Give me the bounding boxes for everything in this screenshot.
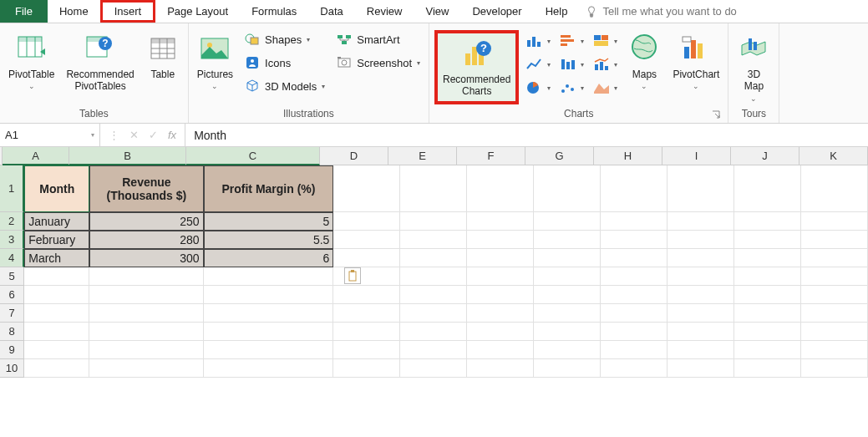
cell-c5[interactable] — [204, 267, 334, 286]
tab-developer[interactable]: Developer — [460, 0, 533, 23]
cell-g6[interactable] — [534, 286, 601, 304]
table-button[interactable]: Table — [143, 30, 183, 82]
cell-b3[interactable]: 280 — [89, 231, 203, 249]
cell-i5[interactable] — [667, 267, 734, 286]
recommended-charts-button[interactable]: ? Recommended Charts — [439, 35, 514, 99]
cell-h1[interactable] — [601, 165, 667, 212]
enter-icon[interactable]: ✓ — [149, 129, 158, 141]
cell-a9[interactable] — [24, 341, 89, 359]
maps-button[interactable]: Maps ⌄ — [624, 30, 664, 93]
cell-j4[interactable] — [734, 249, 801, 267]
row-header-10[interactable]: 10 — [0, 359, 24, 378]
cell-g10[interactable] — [534, 359, 601, 378]
tab-review[interactable]: Review — [355, 0, 414, 23]
cell-e9[interactable] — [400, 341, 467, 359]
pictures-button[interactable]: Pictures ⌄ — [194, 30, 236, 93]
cell-b1[interactable]: Revenue (Thousands $) — [89, 165, 203, 212]
cell-d1[interactable] — [333, 165, 400, 212]
cell-h5[interactable] — [601, 267, 667, 286]
recommended-pivottables-button[interactable]: ? Recommended PivotTables — [63, 30, 137, 94]
cell-f3[interactable] — [467, 231, 534, 249]
scatter-chart-button[interactable]: ▾ — [559, 80, 584, 95]
screenshot-button[interactable]: Screenshot ▾ — [333, 53, 424, 72]
cell-g8[interactable] — [534, 323, 601, 341]
col-header-i[interactable]: I — [662, 147, 731, 165]
cell-k5[interactable] — [801, 267, 868, 286]
cell-e1[interactable] — [400, 165, 467, 212]
cell-e6[interactable] — [400, 286, 467, 304]
cell-k4[interactable] — [801, 249, 868, 267]
cell-d8[interactable] — [333, 323, 400, 341]
tab-help[interactable]: Help — [534, 0, 580, 23]
cell-e4[interactable] — [400, 249, 467, 267]
file-tab[interactable]: File — [0, 0, 48, 23]
cell-d9[interactable] — [333, 341, 400, 359]
paste-options-button[interactable] — [344, 267, 361, 284]
3d-map-button[interactable]: 3D Map ⌄ — [733, 30, 774, 105]
3d-models-button[interactable]: 3D Models ▾ — [241, 77, 328, 95]
cell-f4[interactable] — [467, 249, 534, 267]
cell-c2[interactable]: 5 — [204, 212, 334, 231]
cell-g4[interactable] — [534, 249, 601, 267]
cell-a8[interactable] — [24, 323, 89, 341]
tab-view[interactable]: View — [414, 0, 460, 23]
cell-a2[interactable]: January — [24, 212, 89, 231]
pivottable-button[interactable]: PivotTable ⌄ — [5, 30, 58, 93]
cell-k7[interactable] — [801, 304, 868, 323]
cell-h7[interactable] — [601, 304, 667, 323]
cell-c10[interactable] — [204, 359, 334, 378]
cell-k9[interactable] — [801, 341, 868, 359]
cell-h6[interactable] — [601, 286, 667, 304]
cell-d7[interactable] — [333, 304, 400, 323]
cell-f2[interactable] — [467, 212, 534, 231]
hierarchy-chart-button[interactable]: ▾ — [592, 33, 617, 48]
cell-i8[interactable] — [667, 323, 734, 341]
cancel-icon[interactable]: ✕ — [129, 129, 139, 141]
cell-d4[interactable] — [333, 249, 400, 267]
cell-j10[interactable] — [734, 359, 801, 378]
cell-c9[interactable] — [204, 341, 334, 359]
cell-h10[interactable] — [601, 359, 667, 378]
cell-j8[interactable] — [734, 323, 801, 341]
cell-f10[interactable] — [467, 359, 534, 378]
name-box[interactable]: A1 ▾ — [0, 124, 100, 146]
cell-c3[interactable]: 5.5 — [204, 231, 334, 249]
surface-chart-button[interactable]: ▾ — [592, 80, 617, 95]
cell-a7[interactable] — [24, 304, 89, 323]
row-header-5[interactable]: 5 — [0, 267, 24, 286]
cell-a3[interactable]: February — [24, 231, 89, 249]
cell-b9[interactable] — [89, 341, 203, 359]
cell-a1[interactable]: Month — [24, 165, 89, 212]
cell-i2[interactable] — [667, 212, 734, 231]
tab-insert[interactable]: Insert — [100, 0, 156, 23]
cell-g1[interactable] — [534, 165, 601, 212]
cell-b5[interactable] — [89, 267, 203, 286]
col-header-c[interactable]: C — [186, 147, 320, 165]
col-header-j[interactable]: J — [731, 147, 799, 165]
row-header-6[interactable]: 6 — [0, 286, 24, 304]
row-header-2[interactable]: 2 — [0, 212, 24, 231]
cell-j3[interactable] — [734, 231, 801, 249]
line-chart-button[interactable]: ▾ — [525, 57, 551, 72]
cell-c1[interactable]: Profit Margin (%) — [204, 165, 334, 212]
cell-h2[interactable] — [601, 212, 667, 231]
col-header-e[interactable]: E — [388, 147, 457, 165]
cell-j1[interactable] — [734, 165, 801, 212]
cell-d3[interactable] — [333, 231, 400, 249]
cell-g7[interactable] — [534, 304, 601, 323]
pie-chart-button[interactable]: ▾ — [525, 80, 551, 95]
cell-b7[interactable] — [89, 304, 203, 323]
cell-k10[interactable] — [801, 359, 868, 378]
cell-c4[interactable]: 6 — [204, 249, 334, 267]
shapes-button[interactable]: Shapes ▾ — [241, 30, 328, 48]
cell-c7[interactable] — [204, 304, 334, 323]
cell-a6[interactable] — [24, 286, 89, 304]
cell-f6[interactable] — [467, 286, 534, 304]
cell-d2[interactable] — [333, 212, 400, 231]
cell-a10[interactable] — [24, 359, 89, 378]
cell-k1[interactable] — [801, 165, 868, 212]
cell-g2[interactable] — [534, 212, 601, 231]
cell-k6[interactable] — [801, 286, 868, 304]
cell-b2[interactable]: 250 — [89, 212, 203, 231]
tab-home[interactable]: Home — [48, 0, 100, 23]
